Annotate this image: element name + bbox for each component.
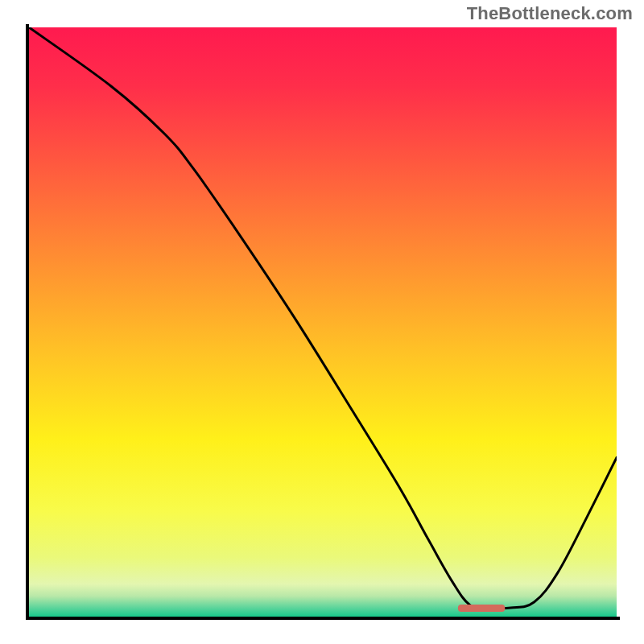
- watermark-text: TheBottleneck.com: [467, 3, 633, 24]
- background-rect: [29, 27, 617, 617]
- plot-svg: [29, 27, 617, 617]
- optimal-marker: [458, 605, 505, 612]
- axis-x-line: [26, 617, 620, 620]
- chart-stage: TheBottleneck.com: [0, 0, 644, 644]
- plot-area: [29, 27, 617, 617]
